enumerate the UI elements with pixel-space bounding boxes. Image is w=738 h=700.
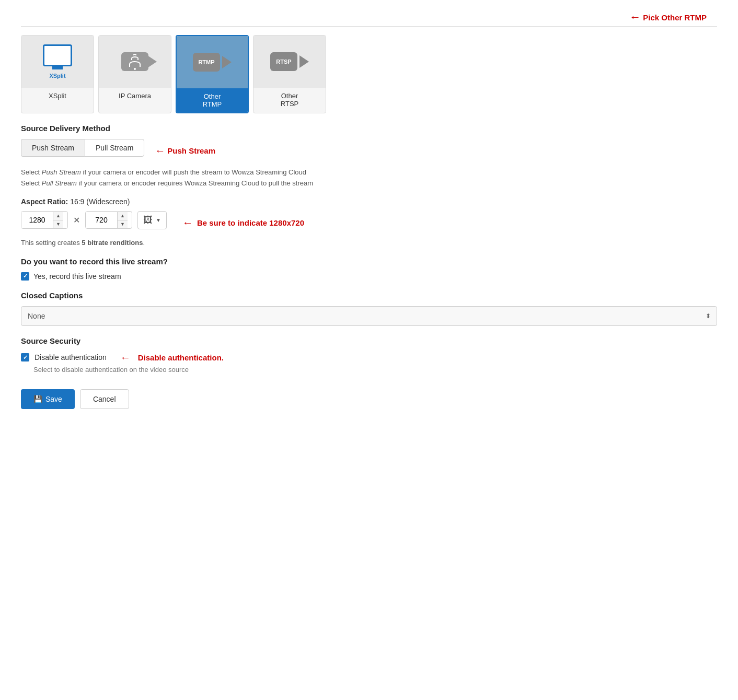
camera-body-shape [121,52,148,71]
delivery-method-section: Source Delivery Method Push Stream Pull … [21,124,717,189]
source-card-other-rtmp[interactable]: RTMP OtherRTMP [176,35,249,113]
source-security-section: Source Security Disable authentication ←… [21,336,717,374]
rtsp-icon: RTSP [270,52,309,71]
record-section: Do you want to record this live stream? … [21,257,717,281]
aspect-ratio-heading: Aspect Ratio: [21,197,68,206]
bitrate-note: This setting creates 5 bitrate rendition… [21,239,717,247]
disable-auth-arrow-icon: ← [120,352,131,364]
width-spinner: ▲ ▼ [53,212,63,228]
height-input-wrap: 720 ▲ ▼ [85,211,132,229]
record-checkbox-label: Yes, record this live stream [33,272,121,281]
source-card-xsplit[interactable]: XSplit XSplit [21,35,94,113]
xsplit-brand-text: XSplit [49,73,65,79]
xsplit-icon: XSplit [43,44,72,79]
rtmp-camera-body: RTMP [193,53,220,72]
pick-rtmp-arrow-icon: ← [629,10,641,24]
other-rtsp-card-label: OtherRTSP [253,88,326,112]
disable-auth-label: Disable authentication [34,353,107,361]
record-checkbox[interactable] [21,272,29,281]
push-stream-italic: Push Stream [42,168,81,176]
push-stream-annotation: ← Push Stream [155,145,215,157]
resolution-annotation: ← Be sure to indicate 1280x720 [182,217,304,229]
security-heading: Source Security [21,336,717,345]
save-label: Save [45,395,62,403]
width-input-wrap: 1280 ▲ ▼ [21,211,68,229]
ip-camera-icon-area [99,36,171,88]
push-stream-arrow-icon: ← [155,145,165,157]
pull-stream-italic: Pull Stream [42,179,77,187]
push-stream-button[interactable]: Push Stream [21,139,85,157]
wifi-dot [134,68,136,70]
resolution-inputs-row: 1280 ▲ ▼ ✕ 720 ▲ ▼ 🖼 ▼ [21,211,167,229]
captions-select-wrap: None CEA-608/708 SCTE-35 OnCuePoint [21,306,717,326]
disable-auth-checkbox[interactable] [21,353,29,361]
security-description: Select to disable authentication on the … [33,366,717,374]
delivery-description: Select Push Stream if your camera or enc… [21,167,717,189]
pick-rtmp-annotation: ← Pick Other RTMP [21,10,717,24]
source-cards-container: XSplit XSplit IP Camera [21,26,717,113]
width-decrement-button[interactable]: ▼ [53,220,63,228]
pull-stream-button[interactable]: Pull Stream [85,139,144,157]
width-input[interactable]: 1280 [21,212,53,228]
image-format-icon: 🖼 [143,215,153,226]
resolution-annotation-row: 1280 ▲ ▼ ✕ 720 ▲ ▼ 🖼 ▼ ← Be sure [21,211,717,235]
other-rtmp-card-label: OtherRTMP [177,88,248,112]
resolution-arrow-icon: ← [182,217,193,229]
rtmp-icon: RTMP [193,53,232,72]
save-button[interactable]: 💾 Save [21,389,75,409]
height-input[interactable]: 720 [86,212,117,228]
disable-auth-annotation: Disable authentication. [138,353,224,362]
pick-rtmp-label: Pick Other RTMP [643,13,707,22]
image-format-chevron: ▼ [156,217,161,223]
wifi-arc-3 [133,54,136,55]
wifi-arc-2 [131,56,139,60]
aspect-ratio-value: 16:9 (Widescreen) [70,197,130,206]
resolution-annotation-text: Be sure to indicate 1280x720 [197,218,304,227]
bitrate-count: 5 bitrate renditions [82,239,143,247]
ip-camera-card-label: IP Camera [99,88,171,104]
security-annotation-row: Disable authentication ← Disable authent… [21,352,717,364]
record-heading: Do you want to record this live stream? [21,257,717,266]
rtsp-icon-area: RTSP [253,36,326,88]
bitrate-note-prefix: This setting creates [21,239,80,247]
height-spinner: ▲ ▼ [117,212,128,228]
xsplit-monitor-shape [43,44,72,66]
source-card-ip-camera[interactable]: IP Camera [98,35,171,113]
action-buttons-row: 💾 Save Cancel [21,389,717,409]
save-icon: 💾 [33,395,42,403]
source-card-other-rtsp[interactable]: RTSP OtherRTSP [253,35,326,113]
closed-captions-section: Closed Captions None CEA-608/708 SCTE-35… [21,291,717,326]
wifi-signal-icon [129,54,141,70]
cancel-button[interactable]: Cancel [80,389,129,409]
xsplit-card-label: XSplit [21,88,94,104]
bitrate-note-end: . [143,239,145,247]
delivery-heading: Source Delivery Method [21,124,717,133]
width-increment-button[interactable]: ▲ [53,212,63,220]
rtmp-icon-area: RTMP [177,36,248,88]
aspect-ratio-label: Aspect Ratio: 16:9 (Widescreen) [21,197,717,206]
height-increment-button[interactable]: ▲ [118,212,128,220]
ip-camera-icon [121,52,148,71]
image-format-select[interactable]: 🖼 ▼ [137,211,167,229]
captions-heading: Closed Captions [21,291,717,300]
record-checkbox-row: Yes, record this live stream [21,272,717,281]
xsplit-icon-area: XSplit [21,36,94,88]
height-decrement-button[interactable]: ▼ [118,220,128,228]
multiply-sign: ✕ [73,215,80,225]
captions-select[interactable]: None CEA-608/708 SCTE-35 OnCuePoint [21,306,717,326]
push-stream-label: Push Stream [167,146,215,155]
rtsp-camera-fin [299,55,309,68]
aspect-ratio-section: Aspect Ratio: 16:9 (Widescreen) 1280 ▲ ▼… [21,197,717,247]
rtmp-camera-fin [222,56,232,68]
wifi-arc-1 [129,61,141,67]
stream-buttons-group: Push Stream Pull Stream [21,139,144,157]
rtsp-camera-body: RTSP [270,52,297,71]
delivery-buttons-row: Push Stream Pull Stream ← Push Stream [21,139,717,162]
